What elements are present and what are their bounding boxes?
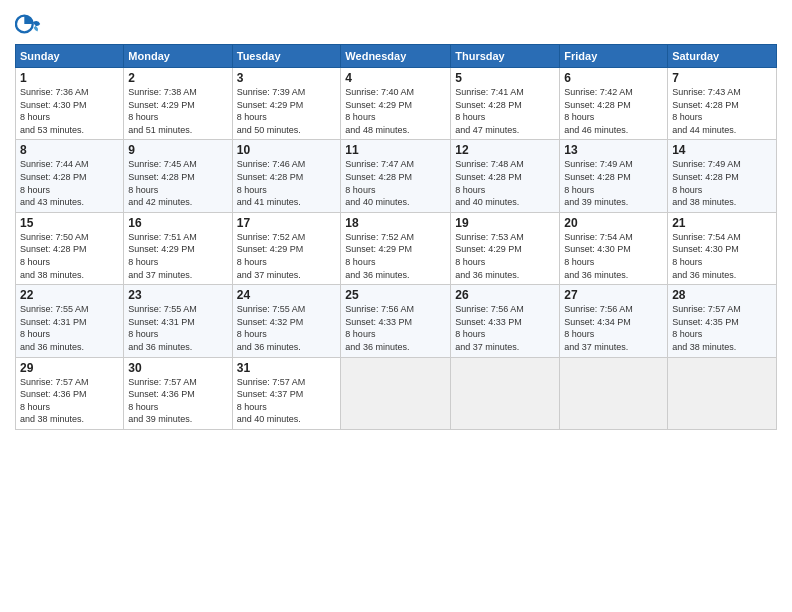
day-info: Sunrise: 7:44 AMSunset: 4:28 PM8 hoursan… [20,159,89,207]
calendar-cell: 21Sunrise: 7:54 AMSunset: 4:30 PM8 hours… [668,212,777,284]
day-number: 27 [564,288,663,302]
day-info: Sunrise: 7:49 AMSunset: 4:28 PM8 hoursan… [564,159,633,207]
header [15,10,777,38]
day-number: 13 [564,143,663,157]
day-number: 15 [20,216,119,230]
calendar-cell: 29Sunrise: 7:57 AMSunset: 4:36 PM8 hours… [16,357,124,429]
day-number: 5 [455,71,555,85]
day-info: Sunrise: 7:55 AMSunset: 4:31 PM8 hoursan… [20,304,89,352]
day-number: 8 [20,143,119,157]
calendar-cell: 5Sunrise: 7:41 AMSunset: 4:28 PM8 hoursa… [451,68,560,140]
day-info: Sunrise: 7:36 AMSunset: 4:30 PM8 hoursan… [20,87,89,135]
column-header-friday: Friday [560,45,668,68]
week-row-3: 15Sunrise: 7:50 AMSunset: 4:28 PM8 hours… [16,212,777,284]
day-number: 4 [345,71,446,85]
day-number: 7 [672,71,772,85]
calendar-table: SundayMondayTuesdayWednesdayThursdayFrid… [15,44,777,430]
column-header-wednesday: Wednesday [341,45,451,68]
day-number: 1 [20,71,119,85]
day-number: 22 [20,288,119,302]
week-row-2: 8Sunrise: 7:44 AMSunset: 4:28 PM8 hoursa… [16,140,777,212]
day-info: Sunrise: 7:50 AMSunset: 4:28 PM8 hoursan… [20,232,89,280]
week-row-1: 1Sunrise: 7:36 AMSunset: 4:30 PM8 hoursa… [16,68,777,140]
calendar-cell [341,357,451,429]
day-number: 29 [20,361,119,375]
day-info: Sunrise: 7:42 AMSunset: 4:28 PM8 hoursan… [564,87,633,135]
calendar-cell: 10Sunrise: 7:46 AMSunset: 4:28 PM8 hours… [232,140,341,212]
calendar-cell: 24Sunrise: 7:55 AMSunset: 4:32 PM8 hours… [232,285,341,357]
day-number: 28 [672,288,772,302]
day-info: Sunrise: 7:57 AMSunset: 4:36 PM8 hoursan… [128,377,197,425]
calendar-body: 1Sunrise: 7:36 AMSunset: 4:30 PM8 hoursa… [16,68,777,430]
calendar-cell: 2Sunrise: 7:38 AMSunset: 4:29 PM8 hoursa… [124,68,232,140]
calendar-cell: 16Sunrise: 7:51 AMSunset: 4:29 PM8 hours… [124,212,232,284]
day-number: 18 [345,216,446,230]
day-info: Sunrise: 7:39 AMSunset: 4:29 PM8 hoursan… [237,87,306,135]
header-row: SundayMondayTuesdayWednesdayThursdayFrid… [16,45,777,68]
page-container: SundayMondayTuesdayWednesdayThursdayFrid… [0,0,792,440]
calendar-cell [560,357,668,429]
day-number: 3 [237,71,337,85]
day-number: 6 [564,71,663,85]
calendar-cell: 19Sunrise: 7:53 AMSunset: 4:29 PM8 hours… [451,212,560,284]
calendar-cell: 20Sunrise: 7:54 AMSunset: 4:30 PM8 hours… [560,212,668,284]
day-info: Sunrise: 7:46 AMSunset: 4:28 PM8 hoursan… [237,159,306,207]
logo [15,10,47,38]
column-header-monday: Monday [124,45,232,68]
calendar-cell: 4Sunrise: 7:40 AMSunset: 4:29 PM8 hoursa… [341,68,451,140]
calendar-cell: 7Sunrise: 7:43 AMSunset: 4:28 PM8 hoursa… [668,68,777,140]
day-info: Sunrise: 7:41 AMSunset: 4:28 PM8 hoursan… [455,87,524,135]
day-info: Sunrise: 7:54 AMSunset: 4:30 PM8 hoursan… [564,232,633,280]
calendar-cell: 12Sunrise: 7:48 AMSunset: 4:28 PM8 hours… [451,140,560,212]
calendar-cell: 23Sunrise: 7:55 AMSunset: 4:31 PM8 hours… [124,285,232,357]
day-info: Sunrise: 7:49 AMSunset: 4:28 PM8 hoursan… [672,159,741,207]
day-number: 23 [128,288,227,302]
day-number: 20 [564,216,663,230]
calendar-cell: 9Sunrise: 7:45 AMSunset: 4:28 PM8 hoursa… [124,140,232,212]
day-number: 31 [237,361,337,375]
day-info: Sunrise: 7:52 AMSunset: 4:29 PM8 hoursan… [237,232,306,280]
day-info: Sunrise: 7:38 AMSunset: 4:29 PM8 hoursan… [128,87,197,135]
calendar-cell: 25Sunrise: 7:56 AMSunset: 4:33 PM8 hours… [341,285,451,357]
calendar-cell: 15Sunrise: 7:50 AMSunset: 4:28 PM8 hours… [16,212,124,284]
calendar-cell: 31Sunrise: 7:57 AMSunset: 4:37 PM8 hours… [232,357,341,429]
day-info: Sunrise: 7:47 AMSunset: 4:28 PM8 hoursan… [345,159,414,207]
day-number: 19 [455,216,555,230]
day-info: Sunrise: 7:57 AMSunset: 4:36 PM8 hoursan… [20,377,89,425]
day-number: 12 [455,143,555,157]
calendar-cell: 1Sunrise: 7:36 AMSunset: 4:30 PM8 hoursa… [16,68,124,140]
day-number: 26 [455,288,555,302]
day-info: Sunrise: 7:48 AMSunset: 4:28 PM8 hoursan… [455,159,524,207]
week-row-4: 22Sunrise: 7:55 AMSunset: 4:31 PM8 hours… [16,285,777,357]
day-number: 10 [237,143,337,157]
calendar-cell: 27Sunrise: 7:56 AMSunset: 4:34 PM8 hours… [560,285,668,357]
day-info: Sunrise: 7:51 AMSunset: 4:29 PM8 hoursan… [128,232,197,280]
day-info: Sunrise: 7:56 AMSunset: 4:34 PM8 hoursan… [564,304,633,352]
calendar-cell: 28Sunrise: 7:57 AMSunset: 4:35 PM8 hours… [668,285,777,357]
calendar-cell [451,357,560,429]
column-header-saturday: Saturday [668,45,777,68]
day-info: Sunrise: 7:45 AMSunset: 4:28 PM8 hoursan… [128,159,197,207]
calendar-cell: 8Sunrise: 7:44 AMSunset: 4:28 PM8 hoursa… [16,140,124,212]
calendar-cell: 22Sunrise: 7:55 AMSunset: 4:31 PM8 hours… [16,285,124,357]
day-info: Sunrise: 7:55 AMSunset: 4:32 PM8 hoursan… [237,304,306,352]
day-number: 14 [672,143,772,157]
calendar-cell: 18Sunrise: 7:52 AMSunset: 4:29 PM8 hours… [341,212,451,284]
day-info: Sunrise: 7:43 AMSunset: 4:28 PM8 hoursan… [672,87,741,135]
day-info: Sunrise: 7:55 AMSunset: 4:31 PM8 hoursan… [128,304,197,352]
day-number: 16 [128,216,227,230]
day-info: Sunrise: 7:57 AMSunset: 4:37 PM8 hoursan… [237,377,306,425]
day-info: Sunrise: 7:53 AMSunset: 4:29 PM8 hoursan… [455,232,524,280]
calendar-cell: 30Sunrise: 7:57 AMSunset: 4:36 PM8 hours… [124,357,232,429]
column-header-sunday: Sunday [16,45,124,68]
calendar-cell: 26Sunrise: 7:56 AMSunset: 4:33 PM8 hours… [451,285,560,357]
day-info: Sunrise: 7:54 AMSunset: 4:30 PM8 hoursan… [672,232,741,280]
column-header-tuesday: Tuesday [232,45,341,68]
day-number: 17 [237,216,337,230]
day-number: 11 [345,143,446,157]
calendar-cell: 13Sunrise: 7:49 AMSunset: 4:28 PM8 hours… [560,140,668,212]
week-row-5: 29Sunrise: 7:57 AMSunset: 4:36 PM8 hours… [16,357,777,429]
calendar-header: SundayMondayTuesdayWednesdayThursdayFrid… [16,45,777,68]
logo-icon [15,10,43,38]
day-info: Sunrise: 7:56 AMSunset: 4:33 PM8 hoursan… [455,304,524,352]
